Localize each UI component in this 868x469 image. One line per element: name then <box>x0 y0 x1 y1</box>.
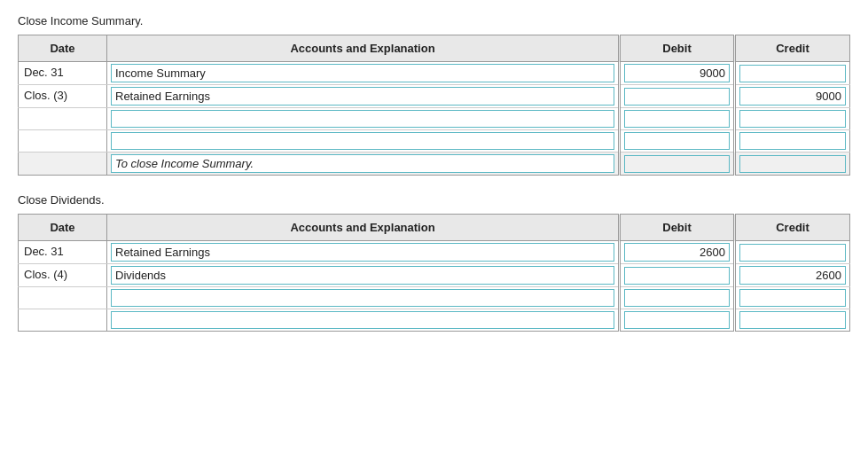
account-cell[interactable] <box>107 309 620 332</box>
dividends-table: Date Accounts and Explanation Debit Cred… <box>18 214 850 332</box>
section1-title: Close Income Summary. <box>18 14 850 27</box>
credit-cell[interactable] <box>735 108 850 130</box>
date-cell: Clos. (4) <box>19 264 107 287</box>
header-debit-1: Debit <box>620 35 735 62</box>
header-date-2: Date <box>19 215 107 241</box>
credit-cell[interactable] <box>735 309 850 332</box>
header-credit-2: Credit <box>735 215 850 241</box>
date-cell <box>19 287 107 309</box>
credit-cell[interactable] <box>735 241 850 264</box>
account-cell[interactable] <box>107 130 620 152</box>
credit-cell[interactable]: 2600 <box>735 264 850 287</box>
debit-cell[interactable] <box>620 309 735 332</box>
debit-cell[interactable] <box>620 152 735 176</box>
debit-cell[interactable] <box>620 85 735 108</box>
account-cell[interactable]: Income Summary <box>107 62 620 85</box>
debit-cell[interactable] <box>620 108 735 130</box>
account-cell[interactable]: Dividends <box>107 264 620 287</box>
account-cell[interactable] <box>107 108 620 130</box>
section2-title: Close Dividends. <box>18 193 850 207</box>
debit-cell[interactable]: 9000 <box>620 62 735 85</box>
credit-cell[interactable] <box>735 62 850 85</box>
account-cell[interactable]: Retained Earnings <box>107 241 620 264</box>
date-cell <box>19 130 107 152</box>
account-cell[interactable]: To close Income Summary. <box>107 152 620 176</box>
debit-cell[interactable] <box>620 264 735 287</box>
debit-cell[interactable] <box>620 287 735 309</box>
header-date-1: Date <box>19 35 107 62</box>
header-debit-2: Debit <box>620 215 735 241</box>
date-cell: Dec. 31 <box>19 62 107 85</box>
account-cell[interactable]: Retained Earnings <box>107 85 620 108</box>
header-account-2: Accounts and Explanation <box>107 215 620 241</box>
debit-cell[interactable] <box>620 130 735 152</box>
account-cell[interactable] <box>107 287 620 309</box>
credit-cell[interactable]: 9000 <box>735 85 850 108</box>
header-account-1: Accounts and Explanation <box>107 35 620 62</box>
date-cell <box>19 108 107 130</box>
header-credit-1: Credit <box>735 35 850 62</box>
date-cell: Clos. (3) <box>19 85 107 108</box>
debit-cell[interactable]: 2600 <box>620 241 735 264</box>
date-cell <box>19 309 107 332</box>
date-cell <box>19 152 107 176</box>
date-cell: Dec. 31 <box>19 241 107 264</box>
credit-cell[interactable] <box>735 130 850 152</box>
credit-cell[interactable] <box>735 152 850 176</box>
credit-cell[interactable] <box>735 287 850 309</box>
income-summary-table: Date Accounts and Explanation Debit Cred… <box>18 35 850 176</box>
